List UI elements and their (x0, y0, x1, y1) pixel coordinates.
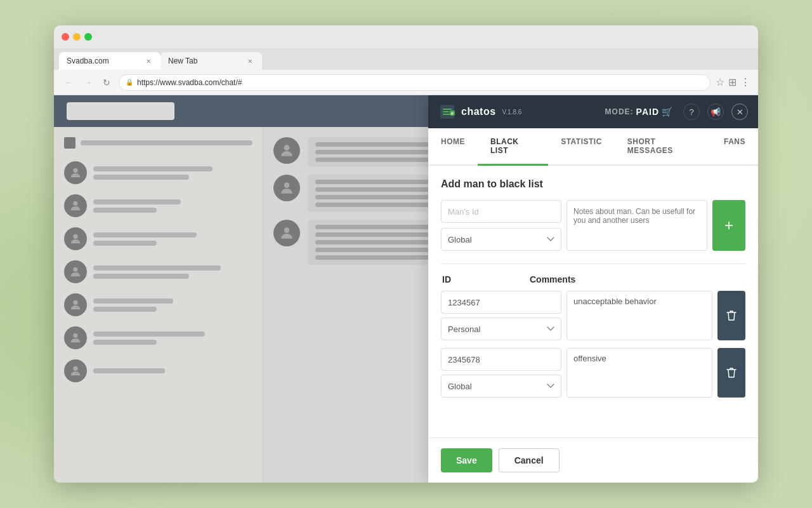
entry-scope-select-1[interactable]: Personal Global (441, 318, 561, 340)
chatos-header: chatos V.1.8.6 MODE: PAID 🛒 ? 📢 ✕ (428, 95, 758, 128)
tab-fans[interactable]: FANS (711, 128, 758, 166)
add-form: Global Personal + (441, 200, 745, 251)
tab-home[interactable]: HOME (428, 128, 478, 166)
mode-label: MODE: PAID 🛒 (605, 107, 673, 117)
chatos-panel: chatos V.1.8.6 MODE: PAID 🛒 ? 📢 ✕ HOME B… (428, 95, 758, 483)
traffic-lights (62, 33, 92, 41)
entry-comment-text-2: offensive (573, 354, 606, 363)
cart-icon: 🛒 (662, 107, 673, 117)
notifications-button[interactable]: 📢 (707, 104, 724, 120)
extensions-icon[interactable]: ⊞ (728, 76, 737, 88)
back-button[interactable]: ← (62, 76, 75, 90)
entry-comment-text-1: unacceptable behavior (573, 297, 657, 306)
tab-svadba-label: Svadba.com (67, 57, 109, 65)
header-icons: ? 📢 ✕ (683, 104, 748, 120)
entry-scope-select-2[interactable]: Global Personal (441, 375, 561, 398)
url-text: https://www.svadba.com/chat/# (137, 78, 242, 87)
table-row: Global Personal offensive (441, 348, 745, 398)
tab-newtab-close[interactable]: ✕ (246, 57, 254, 65)
entry-id-input-2[interactable] (441, 348, 561, 371)
chatos-logo-icon (438, 103, 456, 121)
refresh-button[interactable]: ↻ (100, 76, 114, 90)
save-button[interactable]: Save (441, 448, 492, 472)
add-button[interactable]: + (712, 200, 745, 251)
entry-comment-2[interactable]: offensive (566, 348, 712, 398)
row-id-section: Personal Global (441, 291, 561, 340)
entry-id-input-1[interactable] (441, 291, 561, 314)
panel-close-button[interactable]: ✕ (731, 104, 748, 120)
tab-svadba-close[interactable]: ✕ (144, 57, 153, 65)
delete-button-1[interactable] (717, 291, 745, 340)
version-badge: V.1.8.6 (502, 109, 522, 116)
add-form-left: Global Personal (441, 200, 561, 251)
column-header-comments: Comments (530, 274, 744, 284)
trash-icon (726, 367, 737, 378)
browser-window: Svadba.com ✕ New Tab ✕ ← → ↻ 🔒 https://w… (54, 25, 758, 483)
tab-svadba[interactable]: Svadba.com ✕ (59, 52, 160, 70)
tab-statistic[interactable]: STATISTIC (548, 128, 615, 166)
help-button[interactable]: ? (683, 104, 700, 120)
trash-icon (726, 310, 737, 321)
table-headers: ID Comments (441, 274, 745, 284)
row-id-section: Global Personal (441, 348, 561, 398)
chatos-footer: Save Cancel (428, 438, 758, 483)
delete-button-2[interactable] (717, 348, 745, 398)
mode-prefix: MODE: (605, 107, 634, 116)
table-row: Personal Global unacceptable behavior (441, 291, 745, 340)
minimize-window-btn[interactable] (73, 33, 81, 41)
menu-icon[interactable]: ⋮ (740, 76, 750, 88)
chatos-logo: chatos V.1.8.6 (438, 103, 521, 121)
tab-short-messages[interactable]: SHORT MESSAGES (615, 128, 711, 166)
lock-icon: 🔒 (126, 79, 133, 86)
chatos-logo-text: chatos (461, 106, 496, 117)
maximize-window-btn[interactable] (84, 33, 92, 41)
scope-select[interactable]: Global Personal (441, 228, 561, 251)
chatos-nav: HOME BLACK LIST STATISTIC SHORT MESSAGES… (428, 128, 758, 166)
address-bar: ← → ↻ 🔒 https://www.svadba.com/chat/# ☆ … (54, 70, 758, 95)
tab-newtab-label: New Tab (168, 57, 197, 65)
notes-textarea[interactable] (566, 200, 707, 251)
tabs-bar: Svadba.com ✕ New Tab ✕ (54, 48, 758, 70)
tab-newtab[interactable]: New Tab ✕ (160, 52, 262, 70)
forward-button[interactable]: → (81, 76, 95, 90)
divider (441, 264, 745, 264)
toolbar-icons: ☆ ⊞ ⋮ (716, 76, 750, 88)
section-title: Add man to black list (441, 178, 745, 190)
cancel-button[interactable]: Cancel (499, 448, 560, 472)
chatos-body: Add man to black list Global Personal + (428, 166, 758, 438)
bookmark-icon[interactable]: ☆ (716, 76, 724, 88)
browser-content: chatos V.1.8.6 MODE: PAID 🛒 ? 📢 ✕ HOME B… (54, 95, 758, 483)
column-header-id: ID (442, 274, 525, 284)
tab-blacklist[interactable]: BLACK LIST (478, 128, 548, 166)
url-bar[interactable]: 🔒 https://www.svadba.com/chat/# (119, 74, 710, 91)
mode-value: PAID (636, 107, 659, 117)
close-window-btn[interactable] (62, 33, 69, 41)
man-id-input[interactable] (441, 200, 561, 223)
entry-comment-1[interactable]: unacceptable behavior (566, 291, 712, 340)
title-bar (54, 25, 758, 48)
